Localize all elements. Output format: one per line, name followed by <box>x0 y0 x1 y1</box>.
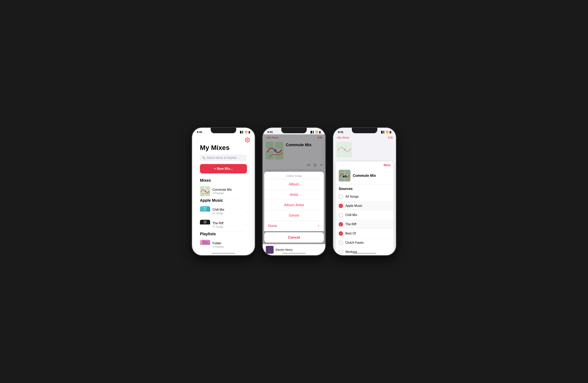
phone-1: 9:41 ▐▌▌ 📶 ▓ My Mixes 🔍 Search Mixes & P… <box>192 128 255 255</box>
section-apple-music: Apple Music <box>200 198 247 203</box>
phone-2: 9:41 ▐▌▌ 📶 ▓ ‹ My Mixes Edit <box>263 128 325 255</box>
source-best-of[interactable]: ✓ Best Of <box>336 229 394 238</box>
modal-map-thumb[interactable]: 📷 <box>339 170 350 181</box>
search-bar-1[interactable]: 🔍 Search Mixes & Playlists <box>200 155 247 161</box>
source-apple-music[interactable]: ✓ Apple Music <box>336 201 394 210</box>
folder-name: Folder <box>212 242 244 245</box>
chill-name: Chill Mix <box>212 208 244 211</box>
mix-item-chill[interactable]: ChillMix Chill Mix 25 Songs › <box>200 205 247 218</box>
mix-item-commute[interactable]: Commute Mix 3 Playlists › <box>200 185 247 198</box>
signal-icon: ▐▌▌ <box>239 131 244 133</box>
notch-3 <box>352 128 377 133</box>
commute-name: Commute Mix <box>212 188 244 191</box>
commute-chevron: › <box>246 190 247 193</box>
riff-thumb: THERiff <box>200 220 210 230</box>
action-none[interactable]: None ✓ <box>264 221 324 231</box>
riff-sub: 77 Songs <box>212 225 244 228</box>
riff-img: THERiff <box>200 220 210 225</box>
signal-icon-3: ▐▌▌ <box>380 131 385 133</box>
mix-item-folder[interactable]: Folder 3 Playlists › <box>200 238 247 252</box>
folder-icon <box>202 240 208 245</box>
next-button[interactable]: Next <box>384 163 390 167</box>
action-artist[interactable]: Artist <box>264 190 324 200</box>
commute-sub: 3 Playlists <box>212 192 244 195</box>
home-indicator-2 <box>282 253 306 254</box>
home-indicator-1 <box>212 253 235 254</box>
commute-thumb <box>200 186 210 196</box>
radio-all-songs <box>339 194 343 199</box>
sources-header: Sources <box>336 184 394 192</box>
source-the-riff[interactable]: ✓ The Riff <box>336 220 394 229</box>
folder-chevron: › <box>246 243 247 247</box>
folder-thumb <box>200 240 210 250</box>
wifi-icon-2: 📶 <box>315 131 318 134</box>
radio-clutch-faves <box>339 241 343 245</box>
signal-icon-2: ▐▌▌ <box>310 131 315 133</box>
chill-img: ChillMix <box>200 206 210 211</box>
section-mixes: Mixes <box>200 178 247 183</box>
source-name-clutch: Clutch Faves <box>345 241 364 245</box>
source-all-songs[interactable]: All Songs <box>336 192 394 201</box>
map-svg <box>200 186 210 196</box>
new-mix-button[interactable]: + New Mix... <box>200 164 247 173</box>
time-3: 9:41 <box>338 131 343 134</box>
action-none-label: None <box>268 224 277 228</box>
svg-point-4 <box>205 191 206 192</box>
back-chevron-3: ‹ <box>336 136 337 139</box>
nav-edit-3[interactable]: Edit <box>388 136 393 139</box>
search-icon-1: 🔍 <box>202 156 205 159</box>
time-2: 9:41 <box>267 131 273 134</box>
radio-chill-mix <box>339 213 343 217</box>
radio-the-riff: ✓ <box>339 222 343 226</box>
song-name-bottom: Electric Worry <box>275 248 293 251</box>
phone1-content: My Mixes 🔍 Search Mixes & Playlists + Ne… <box>192 135 255 253</box>
radio-apple-music: ✓ <box>339 204 343 208</box>
battery-icon: ▓ <box>249 131 250 133</box>
map-thumb-img <box>200 186 210 196</box>
folder-info: Folder 3 Playlists <box>212 242 244 248</box>
source-name-riff: The Riff <box>345 223 356 226</box>
action-genre[interactable]: Genre <box>264 210 324 221</box>
action-cancel[interactable]: Cancel <box>264 232 324 243</box>
action-sheet: Collect Songs Album Artist Album Artist … <box>264 172 324 231</box>
camera-icon: 📷 <box>342 173 347 178</box>
svg-point-0 <box>247 139 248 141</box>
status-icons-2: ▐▌▌ 📶 ▓ <box>310 131 321 134</box>
radio-workout <box>339 250 343 254</box>
source-clutch-faves[interactable]: Clutch Faves <box>336 238 394 248</box>
none-check: ✓ <box>317 224 320 228</box>
song-thumb-bottom <box>266 246 273 254</box>
action-sheet-overlay: Collect Songs Album Artist Album Artist … <box>263 128 325 255</box>
folder-sub: 3 Playlists <box>212 245 244 248</box>
mix-item-riff[interactable]: THERiff The Riff 77 Songs › <box>200 218 247 232</box>
search-placeholder-1: Search Mixes & Playlists <box>207 156 237 159</box>
chill-chevron: › <box>246 210 247 213</box>
folder-img <box>200 240 210 245</box>
nav-back-3[interactable]: ‹ My Mixes <box>336 136 349 139</box>
source-chill-mix[interactable]: Chill Mix <box>336 210 394 220</box>
status-icons-1: ▐▌▌ 📶 ▓ <box>239 131 250 134</box>
chill-thumb: ChillMix <box>200 206 210 216</box>
riff-info: The Riff 77 Songs <box>212 222 244 228</box>
riff-chevron: › <box>246 223 247 226</box>
wifi-icon: 📶 <box>245 131 248 134</box>
section-playlists: Playlists <box>200 232 247 236</box>
status-icons-3: ▐▌▌ 📶 ▓ <box>380 131 391 134</box>
screen-3: 9:41 ▐▌▌ 📶 ▓ ‹ My Mixes Edit <box>333 128 396 255</box>
battery-icon-3: ▓ <box>390 131 391 133</box>
gear-button[interactable] <box>244 136 251 143</box>
screen-1: 9:41 ▐▌▌ 📶 ▓ My Mixes 🔍 Search Mixes & P… <box>192 128 255 255</box>
nav-bar-3: ‹ My Mixes Edit <box>333 135 396 140</box>
page-title-1: My Mixes <box>200 144 247 152</box>
bg-map-3 <box>336 142 352 158</box>
action-sheet-title: Collect Songs <box>264 172 324 179</box>
chill-info: Chill Mix 25 Songs <box>212 208 244 215</box>
source-name-chill: Chill Mix <box>345 213 357 217</box>
source-name-all: All Songs <box>345 195 359 198</box>
action-album-artist[interactable]: Album Artist <box>264 200 324 210</box>
wifi-icon-3: 📶 <box>386 131 389 134</box>
screen-2: 9:41 ▐▌▌ 📶 ▓ ‹ My Mixes Edit <box>263 128 325 255</box>
nav-back-label-3: My Mixes <box>338 136 349 139</box>
action-album[interactable]: Album <box>264 179 324 190</box>
source-workout[interactable]: Workout <box>336 248 394 255</box>
